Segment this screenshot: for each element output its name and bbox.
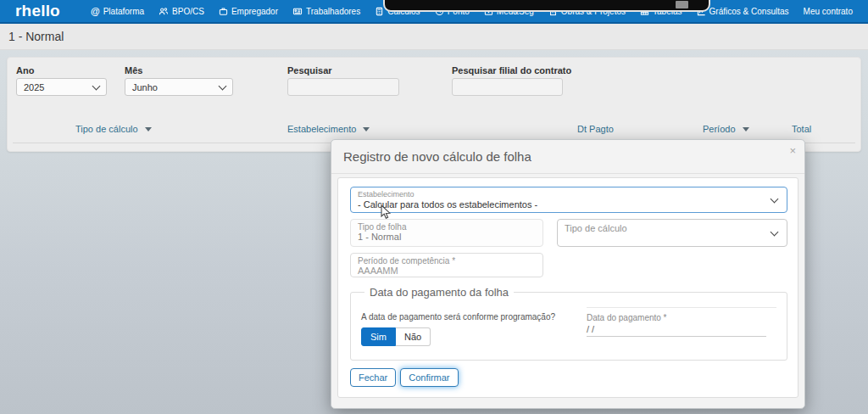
nav-item-meu-contrato[interactable]: Meu contrato — [804, 7, 853, 16]
nav-item-label: Meu contrato — [804, 7, 853, 16]
column-header-label: Dt Pagto — [577, 124, 614, 134]
tipo-folha-field: Tipo de folha 1 - Normal — [350, 219, 543, 247]
chevron-down-icon — [92, 81, 101, 90]
sort-caret-icon — [145, 127, 152, 131]
data-pagamento-field[interactable]: Data do pagamento * / / — [587, 307, 776, 346]
column-header-periodo[interactable]: Período — [703, 124, 749, 134]
fieldset-left-column: A data de pagamento será conforme progra… — [361, 302, 575, 346]
calculator-icon — [375, 7, 384, 16]
tipo-folha-value: 1 - Normal — [358, 232, 536, 243]
tipo-calculo-select[interactable]: Tipo de cálculo — [557, 219, 787, 247]
close-icon[interactable]: × — [789, 144, 796, 157]
mes-select[interactable]: Junho — [125, 78, 233, 96]
users-icon — [159, 7, 169, 16]
sort-caret-icon — [743, 127, 749, 131]
id-card-icon — [292, 7, 303, 16]
mes-label: Mês — [125, 65, 142, 76]
fechar-button[interactable]: Fechar — [350, 368, 396, 387]
periodo-competencia-placeholder: AAAAMM — [358, 266, 536, 277]
modal-row-2: Tipo de folha 1 - Normal Tipo de cálculo — [350, 219, 787, 247]
ano-select[interactable]: 2025 — [16, 78, 107, 96]
ano-label: Ano — [16, 65, 34, 76]
mes-value: Junho — [132, 82, 220, 92]
nav-item-label: Empregador — [231, 7, 278, 16]
column-header-estabelecimento[interactable]: Estabelecimento — [287, 124, 370, 134]
tipo-folha-label: Tipo de folha — [358, 222, 536, 232]
column-header-label: Estabelecimento — [287, 124, 356, 134]
fieldset-row: A data de pagamento será conforme progra… — [361, 302, 776, 346]
modal-header: Registro de novo cálculo de folha × — [331, 140, 804, 174]
modal-body: Estabelecimento - Calcular para todos os… — [337, 177, 798, 398]
column-header-label: Total — [792, 124, 811, 134]
chevron-down-icon — [219, 81, 227, 90]
nav-item-trabalhadores[interactable]: Trabalhadores — [292, 7, 360, 16]
pesquisar-label: Pesquisar — [287, 65, 332, 76]
page-header: 1 - Normal — [0, 24, 868, 50]
column-header-total[interactable]: Total — [792, 124, 811, 134]
data-pagamento-value: / / — [587, 324, 766, 337]
periodo-competencia-field[interactable]: Período de competência * AAAAMM — [350, 253, 543, 277]
nav-item-label: Plataforma — [103, 7, 144, 16]
pesquisar-input[interactable] — [287, 78, 399, 96]
column-header-label: Período — [703, 124, 736, 134]
nav-item-empregador[interactable]: Empregador — [219, 7, 278, 16]
data-pagamento-fieldset: Data do pagamento da folha A data de pag… — [350, 286, 787, 361]
estabelecimento-label: Estabelecimento — [358, 190, 780, 199]
mouse-cursor-icon — [381, 204, 392, 223]
ano-value: 2025 — [24, 82, 93, 92]
page-title: 1 - Normal — [0, 24, 868, 49]
nav-item-label: BPO/CS — [172, 7, 204, 16]
filter-panel: Ano 2025 Mês Junho Pesquisar Pesquisar f… — [7, 57, 861, 152]
screen-recorder-overlay — [383, 0, 710, 12]
sim-button[interactable]: Sim — [361, 327, 396, 346]
column-header-tipo-calculo[interactable]: Tipo de cálculo — [75, 124, 152, 134]
modal-title: Registro de novo cálculo de folha — [331, 140, 804, 174]
periodo-competencia-label: Período de competência * — [358, 256, 536, 266]
app-logo[interactable]: rhello — [15, 0, 60, 22]
recorder-button[interactable] — [676, 1, 688, 8]
sort-caret-icon — [363, 127, 370, 131]
registro-calculo-modal: Registro de novo cálculo de folha × Esta… — [331, 139, 805, 409]
nav-item-bpocs[interactable]: BPO/CS — [159, 7, 204, 16]
nav-item-label: Trabalhadores — [306, 7, 360, 16]
sim-nao-toggle: Sim Não — [361, 327, 431, 346]
confirmar-button[interactable]: Confirmar — [400, 368, 458, 387]
at-icon: @ — [91, 7, 100, 15]
modal-actions: Fechar Confirmar — [350, 368, 787, 387]
nav-item-label: Gráficos & Consultas — [709, 7, 789, 16]
briefcase-icon — [219, 7, 228, 16]
pagamento-question: A data de pagamento será conforme progra… — [361, 312, 575, 322]
column-header-dt-pagto[interactable]: Dt Pagto — [577, 124, 614, 134]
data-pagamento-label: Data do pagamento * — [587, 313, 776, 322]
estabelecimento-select[interactable]: Estabelecimento - Calcular para todos os… — [350, 187, 787, 213]
nao-button[interactable]: Não — [396, 327, 431, 346]
column-header-label: Tipo de cálculo — [75, 124, 138, 134]
nav-item-graficos-consultas[interactable]: Gráficos & Consultas — [697, 7, 789, 16]
filial-label: Pesquisar filial do contrato — [452, 65, 571, 76]
filial-input[interactable] — [452, 78, 563, 96]
nav-item-plataforma[interactable]: @ Plataforma — [91, 7, 144, 16]
tipo-calculo-label: Tipo de cálculo — [565, 222, 780, 234]
data-pagamento-legend: Data do pagamento da folha — [364, 286, 514, 299]
estabelecimento-value: - Calcular para todos os estabelecimento… — [358, 199, 780, 210]
